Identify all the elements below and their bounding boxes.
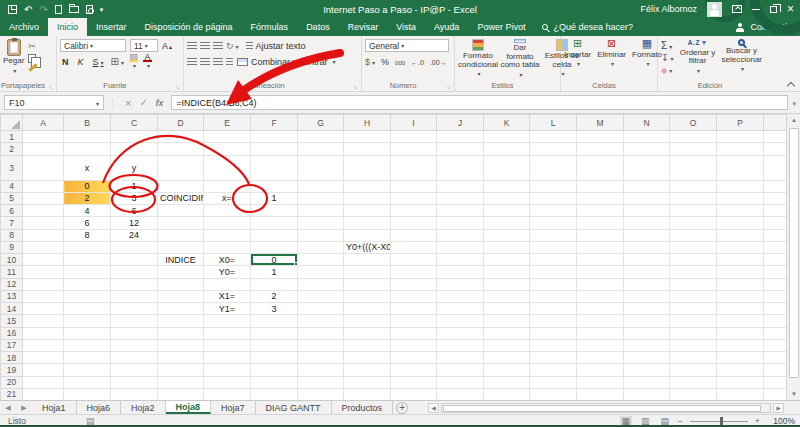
column-header-O[interactable]: O — [670, 115, 717, 131]
cell-K11[interactable] — [484, 266, 530, 278]
close-button[interactable] — [787, 4, 794, 15]
column-header-L[interactable]: L — [530, 115, 577, 131]
conditional-formatting-button[interactable]: Formato condicional — [458, 39, 498, 79]
cell-K6[interactable] — [484, 205, 530, 217]
cell-partial-19[interactable] — [764, 364, 787, 376]
cell-A19[interactable] — [23, 364, 64, 376]
scroll-up-icon[interactable] — [788, 114, 800, 126]
open-folder-icon[interactable] — [69, 6, 79, 13]
number-format-select[interactable]: General — [365, 39, 449, 52]
cell-C14[interactable] — [111, 303, 158, 315]
cell-C7[interactable]: 12 — [111, 217, 158, 229]
cell-E16[interactable] — [204, 327, 251, 339]
cell-E19[interactable] — [204, 364, 251, 376]
cell-A21[interactable] — [23, 388, 64, 400]
cell-partial-1[interactable] — [764, 131, 787, 143]
cell-G15[interactable] — [298, 315, 344, 327]
decrease-indent-icon[interactable] — [226, 58, 233, 66]
paste-button[interactable]: Pegar — [3, 39, 24, 75]
cell-G21[interactable] — [298, 388, 344, 400]
cell-J1[interactable] — [437, 131, 484, 143]
cell-P13[interactable] — [717, 290, 764, 302]
cell-O7[interactable] — [670, 217, 717, 229]
cell-partial-4[interactable] — [764, 180, 787, 192]
cell-D6[interactable] — [158, 205, 204, 217]
horizontal-scrollbar[interactable]: ◀ ▶ — [428, 401, 800, 414]
tab-inicio[interactable]: Inicio — [48, 18, 87, 36]
cell-I2[interactable] — [391, 143, 437, 155]
column-header-partial[interactable] — [764, 115, 787, 131]
collapse-ribbon-icon[interactable] — [787, 80, 794, 87]
cell-H11[interactable] — [344, 266, 391, 278]
cell-D11[interactable] — [158, 266, 204, 278]
cell-D14[interactable] — [158, 303, 204, 315]
wrap-text-button[interactable]: Ajustar texto — [246, 41, 306, 51]
cell-M13[interactable] — [577, 290, 624, 302]
scroll-down-icon[interactable] — [788, 388, 800, 400]
format-as-table-button[interactable]: Dar formato como tabla — [500, 39, 540, 79]
cell-L20[interactable] — [530, 376, 577, 388]
autosum-icon[interactable] — [661, 40, 674, 51]
cell-F13[interactable]: 2 — [251, 290, 298, 302]
cell-E20[interactable] — [204, 376, 251, 388]
row-header-2[interactable]: 2 — [1, 143, 23, 155]
cell-F3[interactable] — [251, 155, 298, 180]
cell-C8[interactable]: 24 — [111, 229, 158, 241]
cell-I20[interactable] — [391, 376, 437, 388]
cell-C10[interactable] — [111, 254, 158, 266]
cell-A18[interactable] — [23, 352, 64, 364]
cell-J17[interactable] — [437, 339, 484, 351]
cell-N15[interactable] — [624, 315, 670, 327]
cell-M15[interactable] — [577, 315, 624, 327]
cell-P12[interactable] — [717, 278, 764, 290]
user-name[interactable]: Félix Albornoz — [640, 4, 697, 14]
cell-H16[interactable] — [344, 327, 391, 339]
cell-F4[interactable] — [251, 180, 298, 192]
cell-K5[interactable] — [484, 192, 530, 204]
cell-G10[interactable] — [298, 254, 344, 266]
cell-L15[interactable] — [530, 315, 577, 327]
cell-K13[interactable] — [484, 290, 530, 302]
alignment-dialog-launcher-icon[interactable] — [353, 84, 359, 90]
cell-P18[interactable] — [717, 352, 764, 364]
cell-P19[interactable] — [717, 364, 764, 376]
cell-E10[interactable]: X0= — [204, 254, 251, 266]
cell-P21[interactable] — [717, 388, 764, 400]
cell-H17[interactable] — [344, 339, 391, 351]
cell-partial-6[interactable] — [764, 205, 787, 217]
cell-K17[interactable] — [484, 339, 530, 351]
cell-H13[interactable] — [344, 290, 391, 302]
cell-J13[interactable] — [437, 290, 484, 302]
cell-I1[interactable] — [391, 131, 437, 143]
cell-N16[interactable] — [624, 327, 670, 339]
cell-L13[interactable] — [530, 290, 577, 302]
column-header-E[interactable]: E — [204, 115, 251, 131]
cell-L12[interactable] — [530, 278, 577, 290]
cell-B7[interactable]: 6 — [64, 217, 111, 229]
cell-F7[interactable] — [251, 217, 298, 229]
cell-F19[interactable] — [251, 364, 298, 376]
cell-partial-7[interactable] — [764, 217, 787, 229]
align-top-icon[interactable] — [187, 42, 197, 50]
select-all-corner[interactable] — [1, 115, 23, 131]
cell-E6[interactable] — [204, 205, 251, 217]
cell-M11[interactable] — [577, 266, 624, 278]
row-header-20[interactable]: 20 — [1, 376, 23, 388]
sort-filter-button[interactable]: Ordenar y filtrar — [678, 39, 718, 79]
cell-K4[interactable] — [484, 180, 530, 192]
cell-J10[interactable] — [437, 254, 484, 266]
column-header-A[interactable]: A — [23, 115, 64, 131]
cell-partial-2[interactable] — [764, 143, 787, 155]
cell-C11[interactable] — [111, 266, 158, 278]
cell-O14[interactable] — [670, 303, 717, 315]
share-button[interactable]: Compartir — [725, 18, 800, 36]
cell-I5[interactable] — [391, 192, 437, 204]
cell-O19[interactable] — [670, 364, 717, 376]
cell-E5[interactable]: x= — [204, 192, 251, 204]
cell-P8[interactable] — [717, 229, 764, 241]
sheet-tab-hoja6[interactable]: Hoja6 — [77, 401, 122, 414]
cell-I14[interactable] — [391, 303, 437, 315]
vertical-scroll-thumb[interactable] — [789, 128, 799, 378]
cell-C17[interactable] — [111, 339, 158, 351]
cell-O4[interactable] — [670, 180, 717, 192]
